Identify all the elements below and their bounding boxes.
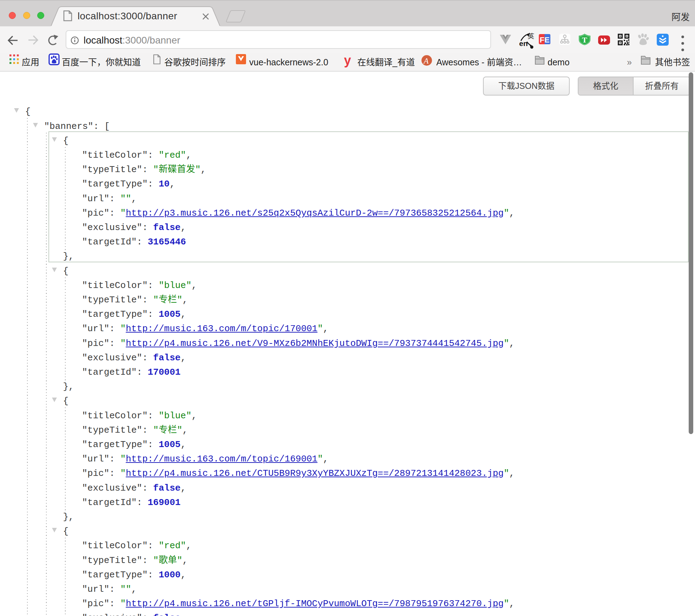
svg-text:y: y [344, 53, 351, 67]
svg-text:T: T [582, 35, 587, 44]
svg-text:FE: FE [540, 35, 550, 44]
svg-text:A: A [423, 57, 429, 65]
svg-text:en: en [519, 39, 528, 47]
